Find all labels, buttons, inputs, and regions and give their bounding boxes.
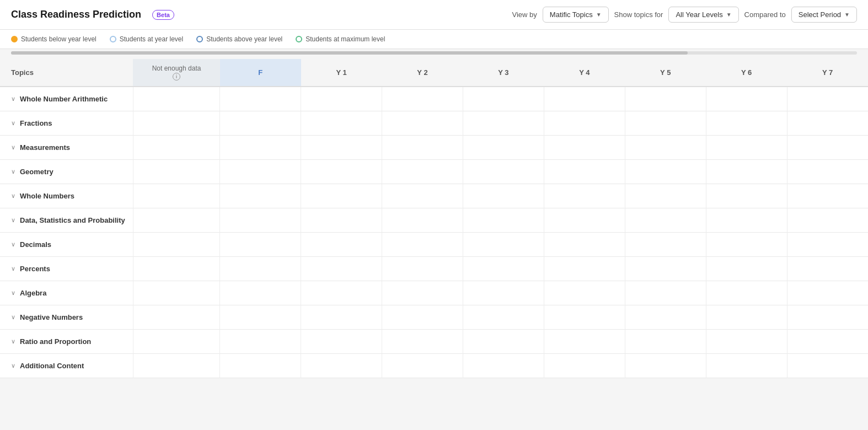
expand-icon[interactable]: ∨ <box>11 338 15 345</box>
table-row[interactable]: ∨ Fractions <box>0 111 868 135</box>
table-row[interactable]: ∨ Algebra <box>0 281 868 305</box>
data-cell <box>706 329 787 353</box>
table-row[interactable]: ∨ Additional Content <box>0 353 868 378</box>
topic-name: Whole Numbers <box>20 192 74 200</box>
data-cell <box>133 159 219 184</box>
data-cell <box>544 87 625 111</box>
data-cell <box>544 208 625 232</box>
table-row[interactable]: ∨ Geometry <box>0 159 868 184</box>
data-cell <box>625 208 706 232</box>
col-y4: Y 4 <box>544 59 625 87</box>
table-row[interactable]: ∨ Whole Number Arithmetic <box>0 87 868 111</box>
header-controls: View by Matific Topics ▼ Show topics for… <box>512 7 857 23</box>
col-not-enough: Not enough data i <box>133 59 219 87</box>
data-cell <box>382 135 463 159</box>
data-cell <box>133 208 219 232</box>
info-icon[interactable]: i <box>173 73 180 80</box>
topic-name: Fractions <box>20 119 52 127</box>
data-cell <box>787 256 868 281</box>
topic-cell: ∨ Whole Numbers <box>0 184 133 208</box>
data-cell <box>706 256 787 281</box>
legend-label-above: Students above year level <box>206 35 282 43</box>
data-cell <box>787 87 868 111</box>
col-f: F <box>220 59 301 87</box>
data-cell <box>787 111 868 135</box>
legend-dot-below <box>11 36 18 42</box>
data-cell <box>301 232 382 256</box>
data-cell <box>133 281 219 305</box>
data-cell <box>787 135 868 159</box>
data-cell <box>787 305 868 329</box>
col-y3: Y 3 <box>463 59 544 87</box>
col-y2: Y 2 <box>382 59 463 87</box>
data-cell <box>133 135 219 159</box>
col-y7: Y 7 <box>787 59 868 87</box>
data-cell <box>625 87 706 111</box>
expand-icon[interactable]: ∨ <box>11 95 15 103</box>
data-cell <box>220 256 301 281</box>
expand-icon[interactable]: ∨ <box>11 241 15 248</box>
data-cell <box>382 184 463 208</box>
expand-icon[interactable]: ∨ <box>11 217 15 224</box>
table-row[interactable]: ∨ Ratio and Proportion <box>0 329 868 353</box>
data-cell <box>220 305 301 329</box>
data-cell <box>787 353 868 378</box>
legend-item-at: Students at year level <box>110 35 183 43</box>
legend-dot-above <box>196 36 203 42</box>
table-row[interactable]: ∨ Measurements <box>0 135 868 159</box>
data-cell <box>133 111 219 135</box>
topic-cell: ∨ Geometry <box>0 159 133 184</box>
select-period-dropdown[interactable]: Select Period ▼ <box>791 7 857 23</box>
data-cell <box>787 329 868 353</box>
view-by-dropdown[interactable]: Matific Topics ▼ <box>543 7 609 23</box>
expand-icon[interactable]: ∨ <box>11 265 15 272</box>
expand-icon[interactable]: ∨ <box>11 289 15 297</box>
data-cell <box>544 353 625 378</box>
app-header: Class Readiness Prediction Beta View by … <box>0 0 868 30</box>
data-cell <box>706 208 787 232</box>
data-cell <box>544 232 625 256</box>
data-cell <box>463 184 544 208</box>
data-cell <box>625 256 706 281</box>
chevron-down-icon: ▼ <box>596 12 602 18</box>
expand-icon[interactable]: ∨ <box>11 192 15 200</box>
data-cell <box>544 111 625 135</box>
data-cell <box>625 232 706 256</box>
expand-icon[interactable]: ∨ <box>11 314 15 321</box>
table-row[interactable]: ∨ Data, Statistics and Probability <box>0 208 868 232</box>
data-cell <box>706 184 787 208</box>
topic-cell: ∨ Fractions <box>0 111 133 135</box>
expand-icon[interactable]: ∨ <box>11 120 15 127</box>
app-title: Class Readiness Prediction <box>11 9 141 20</box>
expand-icon[interactable]: ∨ <box>11 144 15 151</box>
year-levels-dropdown[interactable]: All Year Levels ▼ <box>668 7 738 23</box>
table-row[interactable]: ∨ Decimals <box>0 232 868 256</box>
data-cell <box>706 353 787 378</box>
data-cell <box>220 281 301 305</box>
table-row[interactable]: ∨ Negative Numbers <box>0 305 868 329</box>
legend-dot-max <box>296 36 302 42</box>
horizontal-scrollbar[interactable] <box>11 51 857 55</box>
data-cell <box>463 232 544 256</box>
data-cell <box>544 184 625 208</box>
data-cell <box>463 208 544 232</box>
data-cell <box>544 329 625 353</box>
data-cell <box>220 232 301 256</box>
data-cell <box>463 256 544 281</box>
legend-item-below: Students below year level <box>11 35 97 43</box>
table-row[interactable]: ∨ Percents <box>0 256 868 281</box>
data-cell <box>463 305 544 329</box>
data-cell <box>301 208 382 232</box>
expand-icon[interactable]: ∨ <box>11 168 15 175</box>
data-cell <box>463 159 544 184</box>
expand-icon[interactable]: ∨ <box>11 362 15 369</box>
data-cell <box>382 256 463 281</box>
topic-name: Data, Statistics and Probability <box>20 216 125 224</box>
view-by-value: Matific Topics <box>550 10 593 19</box>
data-cell <box>625 111 706 135</box>
data-cell <box>625 305 706 329</box>
table-row[interactable]: ∨ Whole Numbers <box>0 184 868 208</box>
data-cell <box>301 159 382 184</box>
data-cell <box>133 256 219 281</box>
topic-cell: ∨ Negative Numbers <box>0 305 133 329</box>
